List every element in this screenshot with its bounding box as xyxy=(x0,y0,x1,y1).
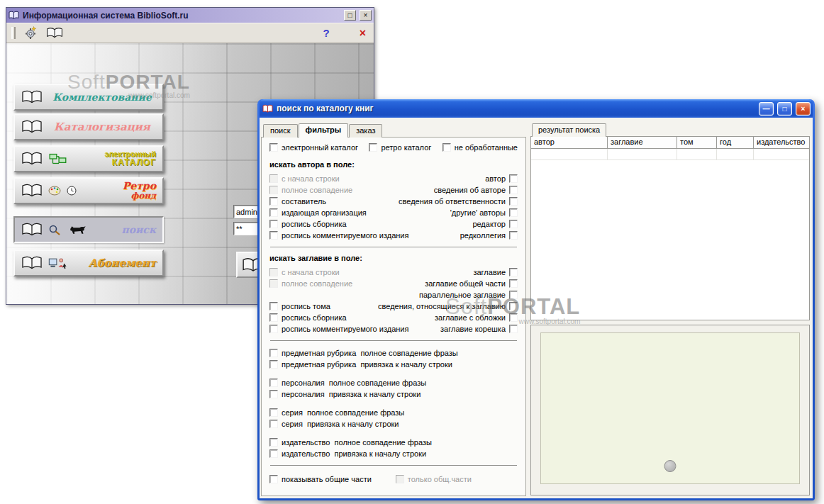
checkbox-item: только общ.части xyxy=(396,475,472,483)
checkbox-label: с начала строки xyxy=(282,268,340,276)
checkbox-label: роспись тома xyxy=(282,302,330,310)
checkbox-label: персоналия привязка к началу строки xyxy=(282,390,421,398)
dialog-title: поиск по каталогу книг xyxy=(277,103,755,113)
checkbox[interactable] xyxy=(269,438,278,447)
checkbox[interactable] xyxy=(509,197,518,206)
checkbox-label: полное совпадение xyxy=(282,186,352,194)
checkbox[interactable] xyxy=(269,360,278,369)
checkbox[interactable] xyxy=(269,420,278,428)
help-icon[interactable]: ? xyxy=(323,27,329,39)
checkbox-label: заглавие общей части xyxy=(425,279,506,288)
checkbox-label: не обработанные xyxy=(455,143,518,152)
checkbox-label: с начала строки xyxy=(282,174,340,183)
checkbox[interactable] xyxy=(269,408,278,417)
catalog-book-icon[interactable] xyxy=(46,27,63,39)
column-header[interactable]: издательство xyxy=(754,137,809,148)
column-header[interactable]: год xyxy=(717,137,754,148)
column-header[interactable]: заглавие xyxy=(608,137,677,148)
checkbox-label: ретро каталог xyxy=(381,143,431,152)
author-field-rows: с начала строки автор полное совпадение xyxy=(269,173,518,241)
tab[interactable]: поиск xyxy=(263,124,298,138)
checkbox[interactable] xyxy=(509,313,518,322)
sidebar-button-search[interactable]: поиск xyxy=(13,216,164,243)
checkbox[interactable] xyxy=(269,475,278,483)
checkbox-label: сведения, относящиеся к заглавию xyxy=(378,302,506,310)
close-button[interactable]: × xyxy=(360,10,372,21)
checkbox-label: серия привязка к началу строки xyxy=(282,420,399,428)
sidebar-button-electronic-catalog[interactable]: электронный КАТАЛОГ xyxy=(13,145,164,172)
sidebar-button-retro-fund[interactable]: Ретро фонд xyxy=(13,177,164,204)
checkbox[interactable] xyxy=(509,268,518,276)
checkbox[interactable] xyxy=(269,302,278,310)
close-button[interactable]: × xyxy=(796,102,811,116)
column-header[interactable]: том xyxy=(677,137,717,148)
catalog-type-checks: электронный каталог ретро каталог не обр… xyxy=(269,143,518,152)
results-table-header: автор заглавие том год издательство xyxy=(531,137,809,149)
dialog-book-icon xyxy=(262,104,273,113)
checkbox[interactable] xyxy=(269,449,278,458)
checkbox[interactable] xyxy=(269,143,278,152)
minimize-button[interactable]: — xyxy=(759,102,774,116)
filter-row: параллельное заглавие xyxy=(269,289,518,301)
checkbox[interactable] xyxy=(509,208,518,217)
checkbox[interactable] xyxy=(269,313,278,322)
filter-row: роспись комментируемого издания заглавие… xyxy=(269,323,518,335)
checkbox-label: редактор xyxy=(472,220,506,228)
checkbox[interactable] xyxy=(269,349,278,357)
record-indicator-button[interactable] xyxy=(664,460,677,472)
filter-row: предметная рубрика полное совпадение фра… xyxy=(269,347,518,359)
checkbox[interactable] xyxy=(269,325,278,333)
sidebar-button-katalogizaciya[interactable]: Каталогизация xyxy=(13,113,164,140)
palette-icon xyxy=(48,186,61,196)
toolbar-grip[interactable] xyxy=(11,27,16,39)
checkbox[interactable] xyxy=(509,174,518,183)
filter-row: с начала строки автор xyxy=(269,173,518,184)
checkbox-label: сведения об ответственности xyxy=(399,197,506,206)
checkbox[interactable] xyxy=(269,231,278,240)
checkbox[interactable] xyxy=(269,186,278,194)
checkbox[interactable] xyxy=(269,174,278,183)
filter-row: серия привязка к началу строки xyxy=(269,418,518,430)
checkbox[interactable] xyxy=(269,220,278,228)
checkbox[interactable] xyxy=(509,279,518,288)
detail-pane xyxy=(530,325,810,495)
checkbox[interactable] xyxy=(509,231,518,240)
checkbox[interactable] xyxy=(269,208,278,217)
dog-icon xyxy=(68,224,87,236)
checkbox[interactable] xyxy=(509,291,518,299)
checkbox-label: 'другие' авторы xyxy=(450,208,506,217)
checkbox-label: параллельное заглавие xyxy=(419,291,506,299)
checkbox[interactable] xyxy=(509,186,518,194)
checkbox-label: заглавие xyxy=(473,268,506,276)
maximize-button[interactable]: □ xyxy=(777,102,792,116)
checkbox[interactable] xyxy=(269,379,278,387)
tab[interactable]: заказ xyxy=(349,124,382,138)
checkbox[interactable] xyxy=(269,197,278,206)
column-header[interactable]: автор xyxy=(531,137,608,148)
tab[interactable]: фильтры xyxy=(299,123,349,138)
tab-search-results[interactable]: результат поиска xyxy=(532,123,606,137)
checkbox[interactable] xyxy=(509,302,518,310)
checkbox[interactable] xyxy=(269,268,278,276)
settings-icon[interactable] xyxy=(24,26,38,40)
sidebar-label: Комплектование xyxy=(48,91,156,103)
checkbox-label: серия полное совпадение фразы xyxy=(282,408,404,417)
checkbox-label: роспись сборника xyxy=(282,220,347,228)
sidebar-button-komplektovanie[interactable]: Комплектование xyxy=(13,84,164,111)
filter-row: роспись сборника редактор xyxy=(269,218,518,230)
sidebar-button-abonement[interactable]: Абонемент xyxy=(13,250,164,276)
sidebar-label: Ретро фонд xyxy=(82,181,156,200)
exit-icon[interactable]: × xyxy=(360,27,366,40)
filter-row: серия полное совпадение фразы xyxy=(269,407,518,418)
checkbox[interactable] xyxy=(369,143,377,152)
checkbox-label: издательство привязка к началу строки xyxy=(282,449,426,458)
checkbox[interactable] xyxy=(509,325,518,333)
checkbox[interactable] xyxy=(269,390,278,398)
checkbox[interactable] xyxy=(509,220,518,228)
checkbox-label: показывать общие части xyxy=(282,475,372,483)
maximize-button[interactable]: □ xyxy=(344,10,356,21)
checkbox[interactable] xyxy=(442,143,451,152)
checkbox-label: электронный каталог xyxy=(282,143,358,152)
checkbox[interactable] xyxy=(269,279,278,288)
checkbox[interactable] xyxy=(396,475,404,483)
